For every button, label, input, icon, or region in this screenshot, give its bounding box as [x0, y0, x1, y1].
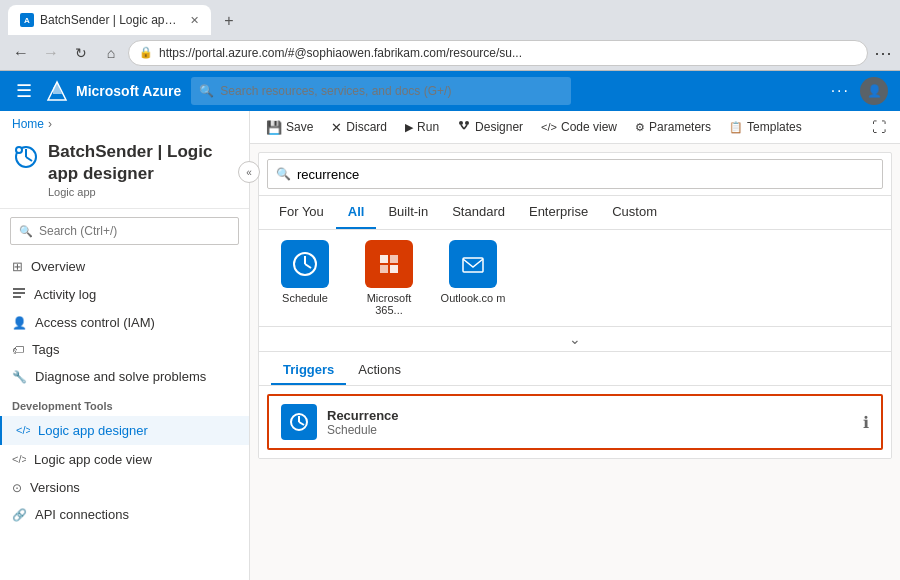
nav-item-logic-app-designer[interactable]: </> Logic app designer — [0, 416, 249, 445]
user-avatar[interactable]: 👤 — [860, 77, 888, 105]
designer-search-container: 🔍 — [259, 153, 891, 196]
nav-item-access-control[interactable]: 👤 Access control (IAM) — [0, 309, 249, 336]
designer-area: 🔍 For You All Built-in — [250, 144, 900, 580]
hamburger-button[interactable]: ☰ — [12, 80, 36, 102]
breadcrumb-home[interactable]: Home — [12, 117, 44, 131]
versions-icon: ⊙ — [12, 481, 22, 495]
save-icon: 💾 — [266, 120, 282, 135]
run-icon: ▶ — [405, 121, 413, 134]
azure-search-input[interactable] — [220, 84, 563, 98]
nav-item-diagnose[interactable]: 🔧 Diagnose and solve problems — [0, 363, 249, 390]
schedule-icon — [281, 240, 329, 288]
breadcrumb: Home › — [0, 111, 249, 137]
nav-item-tags[interactable]: 🏷 Tags — [0, 336, 249, 363]
logic-app-code-icon: </> — [12, 451, 26, 468]
run-button[interactable]: ▶ Run — [397, 116, 447, 138]
tab-all[interactable]: All — [336, 196, 377, 229]
svg-rect-20 — [380, 255, 388, 263]
header-dots[interactable]: ··· — [831, 82, 850, 100]
svg-rect-23 — [390, 265, 398, 273]
result-icon-recurrence — [281, 404, 317, 440]
schedule-label: Schedule — [282, 292, 328, 304]
tab-title: BatchSender | Logic app designe... — [40, 13, 180, 27]
result-item-recurrence[interactable]: Recurrence Schedule ℹ — [267, 394, 883, 450]
page-header-icon — [12, 143, 40, 177]
tab-built-in[interactable]: Built-in — [376, 196, 440, 229]
designer-search-input[interactable] — [297, 167, 874, 182]
address-input[interactable]: 🔒 https://portal.azure.com/#@sophiaowen.… — [128, 40, 868, 66]
svg-line-19 — [305, 264, 311, 268]
microsoft365-icon — [365, 240, 413, 288]
address-bar-row: ← → ↻ ⌂ 🔒 https://portal.azure.com/#@sop… — [0, 35, 900, 71]
result-subtitle: Schedule — [327, 423, 399, 437]
svg-text:</>: </> — [16, 424, 30, 436]
connector-outlook[interactable]: Outlook.co m — [439, 240, 507, 304]
svg-text:</>: </> — [12, 453, 26, 465]
forward-button[interactable]: → — [38, 40, 64, 66]
connector-schedule[interactable]: Schedule — [271, 240, 339, 304]
overview-label: Overview — [31, 259, 85, 274]
discard-button[interactable]: ✕ Discard — [323, 116, 395, 139]
filter-tabs-bar: For You All Built-in Standard Enterprise — [259, 196, 891, 230]
tab-custom[interactable]: Custom — [600, 196, 669, 229]
designer-button[interactable]: Designer — [449, 115, 531, 139]
nav-item-activity-log[interactable]: Activity log — [0, 280, 249, 309]
expand-button[interactable]: ⛶ — [866, 115, 892, 139]
save-button[interactable]: 💾 Save — [258, 116, 321, 139]
nav-item-logic-app-code-view[interactable]: </> Logic app code view — [0, 445, 249, 474]
designer-search-box[interactable]: 🔍 — [267, 159, 883, 189]
svg-rect-21 — [390, 255, 398, 263]
parameters-button[interactable]: ⚙ Parameters — [627, 116, 719, 138]
page-title: BatchSender | Logic app designer — [48, 141, 237, 185]
tab-actions[interactable]: Actions — [346, 356, 413, 385]
expand-icon: ⛶ — [872, 119, 886, 135]
collapse-sidebar-button[interactable]: « — [238, 161, 260, 183]
svg-rect-9 — [13, 292, 25, 294]
tab-for-you[interactable]: For You — [267, 196, 336, 229]
code-view-button[interactable]: </> Code view — [533, 116, 625, 138]
back-button[interactable]: ← — [8, 40, 34, 66]
result-info-button[interactable]: ℹ — [863, 413, 869, 432]
results-list: Recurrence Schedule ℹ — [259, 386, 891, 458]
browser-menu-button[interactable]: ⋯ — [874, 42, 892, 64]
azure-search-icon: 🔍 — [199, 84, 214, 98]
home-button[interactable]: ⌂ — [98, 40, 124, 66]
expand-row[interactable]: ⌄ — [259, 327, 891, 352]
templates-button[interactable]: 📋 Templates — [721, 116, 810, 138]
designer-icon — [457, 119, 471, 135]
address-text: https://portal.azure.com/#@sophiaowen.fa… — [159, 46, 522, 60]
connector-microsoft365[interactable]: Microsoft 365... — [355, 240, 423, 316]
new-tab-button[interactable]: + — [215, 7, 243, 35]
svg-rect-22 — [380, 265, 388, 273]
diagnose-icon: 🔧 — [12, 370, 27, 384]
nav-item-versions[interactable]: ⊙ Versions — [0, 474, 249, 501]
svg-line-16 — [464, 125, 467, 129]
page-header-text: BatchSender | Logic app designer Logic a… — [48, 141, 237, 198]
breadcrumb-sep: › — [48, 117, 52, 131]
sidebar-search-box[interactable]: 🔍 — [10, 217, 239, 245]
triggers-actions-bar: Triggers Actions — [259, 352, 891, 386]
reload-button[interactable]: ↻ — [68, 40, 94, 66]
svg-rect-24 — [463, 258, 483, 272]
svg-rect-10 — [13, 296, 21, 298]
tab-triggers[interactable]: Triggers — [271, 356, 346, 385]
svg-point-7 — [17, 148, 21, 152]
svg-point-13 — [459, 121, 463, 125]
main-content: 💾 Save ✕ Discard ▶ Run Designer </> Code… — [250, 111, 900, 580]
sidebar-search-input[interactable] — [39, 224, 230, 238]
tab-close[interactable]: ✕ — [190, 14, 199, 27]
result-text-recurrence: Recurrence Schedule — [327, 408, 399, 437]
azure-search-box[interactable]: 🔍 — [191, 77, 571, 105]
svg-point-14 — [465, 121, 469, 125]
tab-standard[interactable]: Standard — [440, 196, 517, 229]
chevron-down-icon: ⌄ — [569, 331, 581, 347]
nav-item-api-connections[interactable]: 🔗 API connections — [0, 501, 249, 528]
api-connections-label: API connections — [35, 507, 129, 522]
logic-app-code-label: Logic app code view — [34, 452, 152, 467]
result-title: Recurrence — [327, 408, 399, 423]
outlook-icon — [449, 240, 497, 288]
page-header: BatchSender | Logic app designer Logic a… — [0, 137, 249, 209]
tab-enterprise[interactable]: Enterprise — [517, 196, 600, 229]
nav-item-overview[interactable]: ⊞ Overview — [0, 253, 249, 280]
browser-tab[interactable]: A BatchSender | Logic app designe... ✕ — [8, 5, 211, 35]
